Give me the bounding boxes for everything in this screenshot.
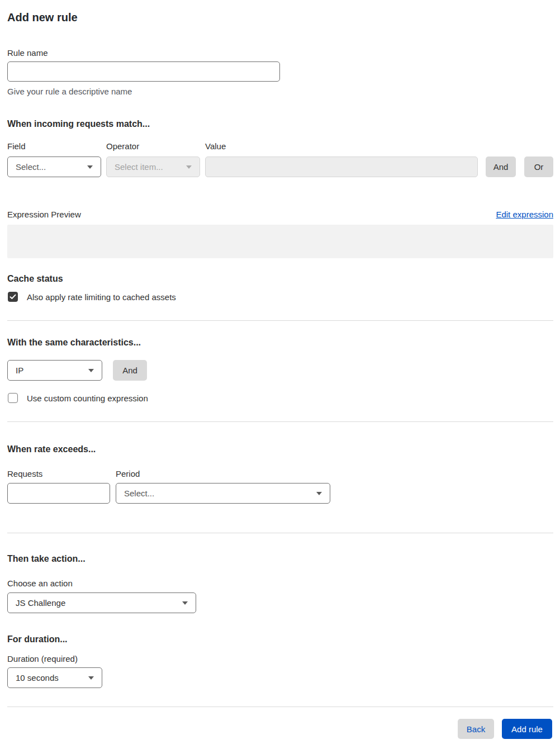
operator-label: Operator: [106, 141, 200, 152]
choose-action-label: Choose an action: [7, 578, 553, 589]
period-label: Period: [116, 468, 140, 480]
footer-divider: [7, 707, 553, 707]
period-select[interactable]: Select...: [116, 483, 330, 504]
action-heading: Then take action...: [7, 553, 553, 565]
action-select-value: JS Challenge: [16, 598, 65, 608]
characteristic-and-button[interactable]: And: [113, 360, 147, 381]
section-divider: [7, 421, 553, 422]
match-controls-row: Select... Select item... And Or: [7, 157, 553, 177]
period-select-value: Select...: [124, 489, 154, 498]
cache-status-heading: Cache status: [7, 273, 553, 285]
field-select-value: Select...: [16, 162, 46, 172]
characteristic-select[interactable]: IP: [7, 360, 102, 381]
cached-assets-label: Also apply rate limiting to cached asset…: [27, 292, 176, 302]
chevron-down-icon: [316, 492, 322, 495]
chevron-down-icon: [88, 369, 94, 372]
rule-name-input[interactable]: [7, 61, 280, 82]
duration-label: Duration (required): [7, 653, 553, 665]
value-label: Value: [205, 141, 478, 152]
counting-expression-row: Use custom counting expression: [7, 393, 553, 403]
custom-counting-checkbox[interactable]: [8, 393, 18, 403]
custom-counting-label: Use custom counting expression: [27, 394, 148, 403]
rate-labels-row: Requests Period: [7, 468, 553, 480]
duration-select-value: 10 seconds: [16, 673, 59, 682]
expression-preview-box: [7, 225, 553, 258]
cached-assets-checkbox[interactable]: [8, 292, 18, 302]
rule-name-helper: Give your rule a descriptive name: [7, 86, 553, 97]
duration-select[interactable]: 10 seconds: [7, 667, 102, 688]
chevron-down-icon: [88, 676, 94, 680]
checkmark-icon: [10, 294, 16, 300]
edit-expression-link[interactable]: Edit expression: [496, 209, 553, 220]
expression-preview-label: Expression Preview: [7, 209, 81, 220]
field-label: Field: [7, 141, 101, 152]
rule-name-label: Rule name: [7, 48, 553, 59]
add-rule-form: Add new rule Rule name Give your rule a …: [0, 10, 560, 739]
match-labels-row: Field Operator Value: [7, 141, 553, 152]
cache-checkbox-row: Also apply rate limiting to cached asset…: [7, 292, 553, 302]
match-section-heading: When incoming requests match...: [7, 118, 553, 130]
characteristics-controls-row: IP And: [7, 360, 553, 381]
footer-actions: Back Add rule: [7, 719, 553, 739]
chevron-down-icon: [182, 601, 188, 605]
value-input: [205, 157, 478, 177]
section-divider: [7, 533, 553, 533]
duration-heading: For duration...: [7, 633, 553, 646]
action-select[interactable]: JS Challenge: [7, 592, 196, 613]
chevron-down-icon: [87, 165, 93, 169]
field-select[interactable]: Select...: [7, 157, 101, 177]
and-button[interactable]: And: [486, 157, 516, 177]
or-button[interactable]: Or: [524, 157, 553, 177]
chevron-down-icon: [186, 165, 192, 169]
operator-select-value: Select item...: [115, 162, 163, 172]
page-title: Add new rule: [7, 10, 553, 25]
add-rule-button[interactable]: Add rule: [502, 719, 552, 739]
rate-controls-row: Select...: [7, 483, 553, 504]
characteristic-select-value: IP: [16, 366, 23, 375]
back-button[interactable]: Back: [458, 719, 494, 739]
requests-label: Requests: [7, 468, 110, 480]
rate-heading: When rate exceeds...: [7, 443, 553, 456]
section-divider: [7, 320, 553, 321]
requests-input[interactable]: [7, 483, 110, 504]
expression-preview-row: Expression Preview Edit expression: [7, 209, 553, 220]
operator-select: Select item...: [106, 157, 200, 177]
characteristics-heading: With the same characteristics...: [7, 336, 553, 349]
